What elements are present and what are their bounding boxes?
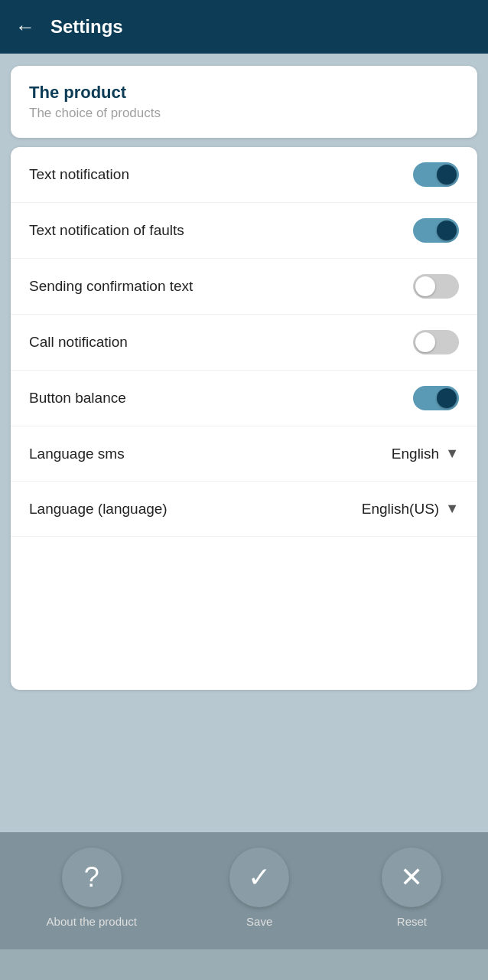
- setting-row-language-language: Language (language) English(US) ▼: [11, 482, 477, 537]
- toggle-sending-confirmation[interactable]: [413, 274, 459, 299]
- toggle-call-notification[interactable]: [413, 330, 459, 354]
- product-name: The product: [29, 83, 459, 103]
- toggle-thumb-text-notification: [437, 165, 457, 185]
- dropdown-language-sms-value: English: [392, 446, 439, 462]
- product-card: The product The choice of products: [11, 66, 477, 138]
- checkmark-icon: ✓: [248, 864, 271, 891]
- setting-label-call-notification: Call notification: [29, 334, 128, 351]
- setting-label-text-notification: Text notification: [29, 166, 129, 183]
- setting-row-call-notification: Call notification: [11, 315, 477, 371]
- toggle-text-notification[interactable]: [413, 162, 459, 187]
- setting-row-text-notification-faults: Text notification of faults: [11, 203, 477, 259]
- app-header: ← Settings: [0, 0, 488, 54]
- toggle-thumb-faults: [437, 220, 457, 240]
- toggle-thumb-call: [415, 332, 435, 352]
- footer: [0, 949, 488, 980]
- question-icon: ?: [84, 864, 99, 891]
- dropdown-language-sms[interactable]: English ▼: [392, 446, 459, 462]
- chevron-down-icon: ▼: [445, 446, 459, 462]
- about-label: About the product: [47, 915, 137, 928]
- setting-label-language-sms: Language sms: [29, 446, 125, 462]
- main-content: The product The choice of products Text …: [0, 54, 488, 832]
- save-label: Save: [246, 915, 272, 928]
- setting-row-sending-confirmation: Sending confirmation text: [11, 259, 477, 315]
- page-title: Settings: [50, 16, 123, 38]
- reset-action[interactable]: ✕ Reset: [382, 848, 441, 928]
- settings-spacer: [11, 537, 477, 690]
- toggle-button-balance[interactable]: [413, 386, 459, 410]
- reset-button[interactable]: ✕: [382, 848, 441, 907]
- chevron-down-icon-2: ▼: [445, 501, 459, 517]
- setting-label-button-balance: Button balance: [29, 390, 126, 407]
- save-action[interactable]: ✓ Save: [229, 848, 289, 928]
- bottom-bar: ? About the product ✓ Save ✕ Reset: [0, 832, 488, 949]
- toggle-thumb-confirmation: [415, 276, 435, 296]
- dropdown-language-language-value: English(US): [362, 501, 439, 518]
- reset-label: Reset: [397, 915, 427, 928]
- about-action[interactable]: ? About the product: [47, 848, 137, 928]
- save-button[interactable]: ✓: [229, 848, 289, 907]
- product-subtitle: The choice of products: [29, 106, 459, 121]
- toggle-thumb-balance: [437, 388, 457, 408]
- about-button[interactable]: ?: [62, 848, 122, 907]
- setting-row-button-balance: Button balance: [11, 371, 477, 426]
- settings-card: Text notification Text notification of f…: [11, 147, 477, 690]
- setting-label-sending-confirmation: Sending confirmation text: [29, 278, 193, 295]
- close-icon: ✕: [400, 864, 423, 891]
- setting-label-text-notification-faults: Text notification of faults: [29, 222, 184, 239]
- setting-row-text-notification: Text notification: [11, 147, 477, 203]
- back-button[interactable]: ←: [15, 15, 35, 39]
- setting-label-language-language: Language (language): [29, 501, 168, 518]
- dropdown-language-language[interactable]: English(US) ▼: [362, 501, 459, 518]
- toggle-text-notification-faults[interactable]: [413, 218, 459, 243]
- setting-row-language-sms: Language sms English ▼: [11, 426, 477, 482]
